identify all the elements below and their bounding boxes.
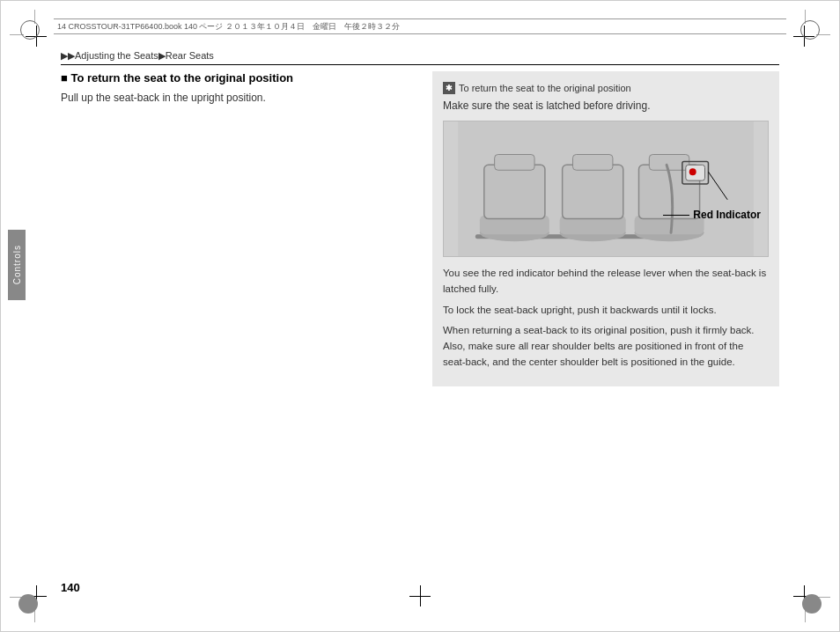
note-icon: ✱ <box>443 82 455 94</box>
left-content-area: To return the seat to the original posit… <box>61 71 404 106</box>
description-p3: When returning a seat-back to its origin… <box>443 323 769 370</box>
section-heading: To return the seat to the original posit… <box>61 71 404 85</box>
registration-circle-top-right <box>800 20 820 40</box>
page-number: 140 <box>61 581 80 594</box>
description-p2: To lock the seat-back upright, push it b… <box>443 303 769 319</box>
breadcrumb: ▶▶Adjusting the Seats▶Rear Seats <box>61 50 779 65</box>
right-content-area: ✱ To return the seat to the original pos… <box>432 71 779 386</box>
description-block: You see the red indicator behind the rel… <box>443 266 769 371</box>
page: 14 CROSSTOUR-31TP66400.book 140 ページ ２０１３… <box>0 0 840 632</box>
registration-circle-bottom-left <box>18 594 38 614</box>
svg-rect-9 <box>563 165 623 218</box>
print-registration-line: 14 CROSSTOUR-31TP66400.book 140 ページ ２０１３… <box>54 18 786 34</box>
svg-rect-4 <box>484 165 545 218</box>
note-heading-text: To return the seat to the original posit… <box>459 83 631 93</box>
red-indicator-label: Red Indicator <box>663 209 761 221</box>
red-indicator-text: Red Indicator <box>693 209 761 221</box>
seat-illustration: Red Indicator <box>443 121 769 257</box>
svg-rect-11 <box>572 155 612 171</box>
sidebar-tab-label: Controls <box>12 245 22 284</box>
seat-svg <box>444 121 768 256</box>
section-body-text: Pull up the seat-back in the upright pos… <box>61 90 404 106</box>
note-heading: ✱ To return the seat to the original pos… <box>443 82 769 94</box>
print-info: 14 CROSSTOUR-31TP66400.book 140 ページ ２０１３… <box>57 21 400 33</box>
svg-rect-6 <box>495 155 534 171</box>
registration-cross-bottom-center <box>409 585 431 606</box>
breadcrumb-text: ▶▶Adjusting the Seats▶Rear Seats <box>61 50 214 61</box>
svg-point-19 <box>689 168 696 175</box>
sidebar-tab-controls: Controls <box>8 230 26 300</box>
description-p1: You see the red indicator behind the rel… <box>443 266 769 298</box>
registration-circle-bottom-right <box>802 594 822 614</box>
registration-circle-top-left <box>20 20 40 40</box>
note-body: Make sure the seat is latched before dri… <box>443 99 769 112</box>
